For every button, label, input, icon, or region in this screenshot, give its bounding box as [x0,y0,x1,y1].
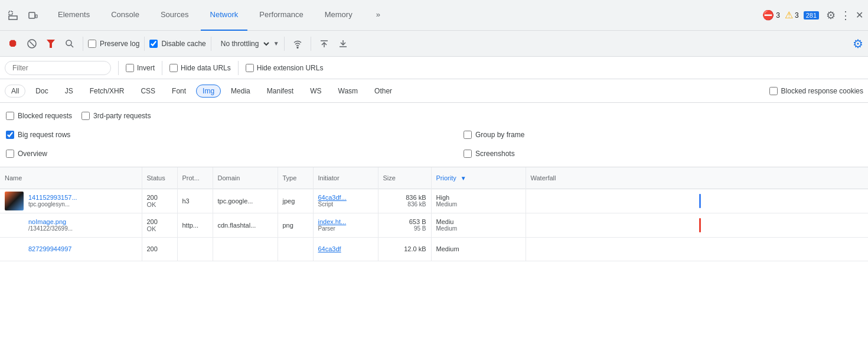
tab-console[interactable]: Console [102,0,149,31]
sort-icon: ▼ [461,175,466,182]
clear-button[interactable] [24,35,40,52]
group-by-frame-label[interactable]: Group by frame [464,131,524,139]
export-button[interactable] [335,35,351,52]
th-name[interactable]: Name [0,167,142,189]
network-settings-icon[interactable]: ⚙ [853,37,863,51]
table-header: Name Status Prot... Domain Type Initiato… [0,167,868,189]
type-filter-css[interactable]: CSS [134,85,162,98]
third-party-requests-label[interactable]: 3rd-party requests [81,112,151,120]
td-initiator-1: 64ca3df... Script [313,189,378,213]
screenshots-checkbox[interactable] [464,150,472,158]
options-area: Blocked requests 3rd-party requests Big … [0,103,868,167]
table-row[interactable]: 141152993157... tpc.googlesyn... 200 OK … [0,189,868,213]
filter-input[interactable] [5,61,111,75]
search-button[interactable] [61,35,78,52]
hide-data-urls-label[interactable]: Hide data URLs [169,64,231,72]
svg-point-9 [297,47,298,48]
throttle-select[interactable]: No throttling [216,38,271,50]
filter-divider-3 [238,61,239,75]
svg-point-7 [66,40,71,46]
tab-more[interactable]: » [367,0,390,31]
big-request-rows-label[interactable]: Big request rows [6,131,70,139]
th-type[interactable]: Type [278,167,313,189]
type-filter-font[interactable]: Font [165,85,192,98]
error-badge-blue[interactable]: 281 [804,11,819,20]
th-size[interactable]: Size [378,167,431,189]
blocked-response-cookies[interactable]: Blocked response cookies [769,87,863,95]
close-devtools-icon[interactable]: ✕ [856,9,863,21]
svg-marker-6 [47,40,55,48]
blocked-requests-label[interactable]: Blocked requests [6,112,72,120]
preserve-log-checkbox[interactable] [88,40,96,48]
options-row3-left: Overview [6,150,404,158]
stop-recording-button[interactable]: ⏺ [5,35,21,52]
th-domain[interactable]: Domain [213,167,278,189]
settings-icon[interactable]: ⚙ [826,9,836,22]
device-toggle-icon[interactable] [25,7,41,24]
third-party-requests-checkbox[interactable] [81,112,90,120]
error-badge-warning[interactable]: ⚠ 3 [785,9,799,21]
disable-cache-checkbox[interactable] [149,40,158,48]
type-filter-wasm[interactable]: Wasm [332,85,365,98]
table-row[interactable]: 827299944997 200 64ca3df 12.0 kB Medi [0,237,868,261]
hide-ext-urls-checkbox[interactable] [246,64,254,72]
type-filter-fetch[interactable]: Fetch/XHR [83,85,131,98]
tab-network[interactable]: Network [201,0,248,31]
th-initiator[interactable]: Initiator [313,167,378,189]
type-filter-js[interactable]: JS [58,85,80,98]
waterfall-bar-2 [699,218,701,232]
table-row[interactable]: noImage.png /134122/32699... 200 OK http… [0,213,868,237]
divider-2 [144,37,145,51]
options-row2-right: Group by frame [404,131,862,139]
td-priority-1: High Medium [431,189,526,213]
type-filter-other[interactable]: Other [368,85,399,98]
options-row-1: Blocked requests 3rd-party requests [6,106,862,125]
td-priority-3: Medium [431,237,526,261]
select-element-icon[interactable] [5,7,21,24]
tab-memory[interactable]: Memory [315,0,362,31]
td-name-3: 827299944997 [0,237,142,261]
import-button[interactable] [316,35,332,52]
waterfall-bar-1 [699,194,701,208]
td-protocol-2: http... [177,213,213,237]
type-filter-doc[interactable]: Doc [29,85,54,98]
blocked-requests-checkbox[interactable] [6,112,14,120]
screenshots-label[interactable]: Screenshots [464,150,515,158]
tab-elements[interactable]: Elements [48,0,99,31]
td-name-2: noImage.png /134122/32699... [0,213,142,237]
overview-checkbox[interactable] [6,150,14,158]
tab-performance[interactable]: Performance [250,0,312,31]
overview-label[interactable]: Overview [6,150,47,158]
tab-sources[interactable]: Sources [151,0,198,31]
wifi-settings-icon[interactable] [289,35,306,52]
invert-checkbox[interactable] [126,64,134,72]
filter-toggle-button[interactable] [43,35,59,52]
type-filter-media[interactable]: Media [224,85,257,98]
blocked-response-cookies-checkbox[interactable] [769,87,778,95]
throttle-selector[interactable]: No throttling ▼ [216,38,279,50]
preserve-log-label[interactable]: Preserve log [88,40,139,48]
hide-data-urls-checkbox[interactable] [169,64,178,72]
error-badge-red[interactable]: ⛔ 3 [762,9,780,21]
big-request-rows-checkbox[interactable] [6,131,14,139]
group-by-frame-checkbox[interactable] [464,131,472,139]
td-waterfall-1 [526,189,868,213]
type-filter-img[interactable]: Img [196,85,221,98]
td-status-3: 200 [142,237,177,261]
invert-label[interactable]: Invert [126,64,155,72]
td-domain-1: tpc.google... [213,189,278,213]
filter-row: Invert Hide data URLs Hide extension URL… [0,57,868,79]
type-filter-manifest[interactable]: Manifest [260,85,300,98]
type-filter-ws[interactable]: WS [304,85,328,98]
hide-ext-urls-label[interactable]: Hide extension URLs [246,64,324,72]
th-waterfall[interactable]: Waterfall [526,167,868,189]
table-body: 141152993157... tpc.googlesyn... 200 OK … [0,189,868,261]
td-initiator-2: index.ht... Parser [313,213,378,237]
th-status[interactable]: Status [142,167,177,189]
type-filter-all[interactable]: All [5,85,25,98]
disable-cache-label[interactable]: Disable cache [149,40,205,48]
th-priority[interactable]: Priority ▼ [431,167,526,189]
more-options-icon[interactable]: ⋮ [840,9,851,22]
th-protocol[interactable]: Prot... [177,167,213,189]
td-name-1: 141152993157... tpc.googlesyn... [0,189,142,213]
